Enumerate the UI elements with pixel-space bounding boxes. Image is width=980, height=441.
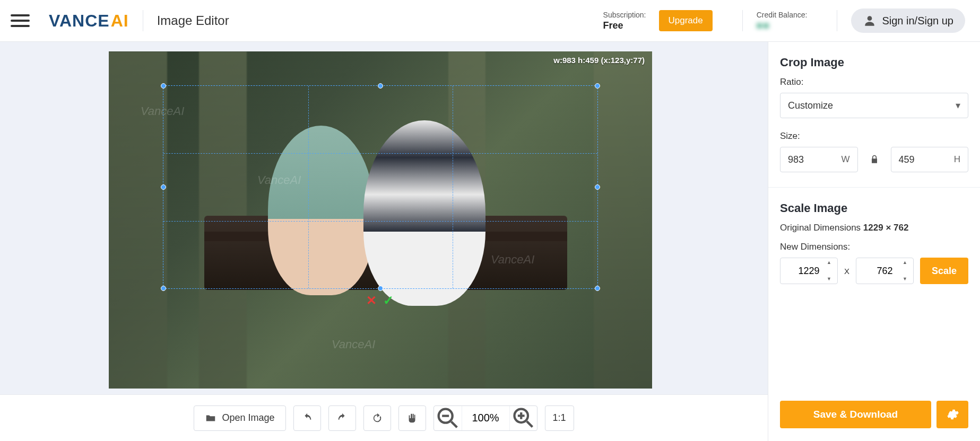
- zoom-out-button[interactable]: [434, 406, 462, 430]
- crop-height-input[interactable]: [899, 154, 936, 165]
- save-download-button[interactable]: Save & Download: [780, 401, 931, 428]
- width-input-wrap: W: [780, 147, 858, 172]
- crop-width-input[interactable]: [788, 154, 825, 165]
- header-divider: [837, 10, 837, 31]
- redo-button[interactable]: [328, 405, 356, 431]
- header-divider: [742, 10, 743, 31]
- subscription-label: Subscription:: [603, 11, 646, 19]
- height-input-wrap: H: [891, 147, 969, 172]
- crop-handle-sw[interactable]: [161, 286, 166, 291]
- signin-button[interactable]: Sign in/Sign up: [851, 8, 965, 33]
- menu-icon[interactable]: [11, 11, 30, 30]
- new-dim-label: New Dimensions:: [780, 242, 968, 252]
- undo-button[interactable]: [293, 405, 321, 431]
- width-spinner[interactable]: ▲▼: [827, 260, 835, 281]
- scene-decor: [109, 51, 167, 389]
- zoom-control: 100%: [433, 405, 537, 431]
- crop-dimensions-overlay: w:983 h:459 (x:123,y:77): [553, 56, 645, 65]
- settings-button[interactable]: [936, 401, 968, 428]
- logo-text-b: AI: [111, 11, 129, 31]
- scale-panel-title: Scale Image: [780, 201, 968, 215]
- page-title: Image Editor: [157, 13, 229, 28]
- zoom-in-icon: [510, 404, 537, 431]
- scene-decor: [594, 51, 652, 389]
- bottom-toolbar: Open Image 100%: [0, 394, 768, 441]
- original-dimensions: Original Dimensions 1229 × 762: [780, 223, 968, 233]
- main-area: VanceAI VanceAI VanceAI VanceAI w:983 h:…: [0, 42, 980, 441]
- crop-handle-w[interactable]: [161, 184, 166, 190]
- canvas-area: VanceAI VanceAI VanceAI VanceAI w:983 h:…: [0, 42, 768, 441]
- crop-handle-e[interactable]: [595, 184, 600, 190]
- crop-handle-se[interactable]: [595, 286, 600, 291]
- zoom-in-button[interactable]: [509, 406, 537, 430]
- panel-divider: [768, 187, 980, 188]
- new-height-input[interactable]: [869, 266, 900, 277]
- open-image-label: Open Image: [222, 412, 274, 424]
- hand-icon: [406, 412, 418, 424]
- open-image-button[interactable]: Open Image: [194, 405, 285, 431]
- redo-icon: [336, 412, 348, 424]
- header-divider: [143, 10, 143, 31]
- signin-label: Sign in/Sign up: [882, 15, 953, 27]
- refresh-icon: [371, 412, 383, 424]
- crop-cancel-icon[interactable]: ✕: [366, 293, 377, 308]
- crop-confirm-icon[interactable]: ✓: [383, 293, 394, 308]
- times-label: X: [844, 267, 849, 276]
- aspect-lock-button[interactable]: [865, 151, 883, 169]
- fit-label: 1:1: [553, 412, 566, 424]
- fit-button[interactable]: 1:1: [545, 405, 574, 431]
- orig-dim-value: 1229 × 762: [863, 223, 909, 233]
- scale-row: ▲▼ X ▲▼ Scale: [780, 258, 968, 284]
- crop-selection[interactable]: [163, 85, 598, 289]
- new-width-input[interactable]: [793, 266, 825, 277]
- crop-actions: ✕ ✓: [366, 293, 394, 308]
- gear-icon: [946, 408, 959, 421]
- height-spinner[interactable]: ▲▼: [903, 260, 911, 281]
- subscription-value: Free: [603, 20, 646, 31]
- scale-button[interactable]: Scale: [920, 258, 968, 284]
- brand-logo[interactable]: VANCE AI: [49, 11, 129, 31]
- undo-icon: [301, 412, 313, 424]
- svg-point-0: [868, 16, 872, 21]
- upgrade-button[interactable]: Upgrade: [659, 10, 713, 31]
- crop-handle-n[interactable]: [378, 83, 383, 89]
- ratio-value: Customize: [788, 100, 833, 111]
- credit-value: ■■: [757, 20, 808, 31]
- ratio-label: Ratio:: [780, 77, 968, 87]
- crop-handle-nw[interactable]: [161, 83, 166, 89]
- logo-text-a: VANCE: [49, 11, 110, 31]
- zoom-out-icon: [434, 404, 462, 432]
- reset-button[interactable]: [363, 405, 391, 431]
- panel-footer: Save & Download: [780, 390, 968, 441]
- new-width-box: ▲▼: [780, 258, 838, 284]
- width-unit: W: [841, 154, 849, 165]
- lock-icon: [869, 154, 880, 165]
- app-header: VANCE AI Image Editor Subscription: Free…: [0, 0, 980, 42]
- credit-block: Credit Balance: ■■: [757, 11, 808, 31]
- size-label: Size:: [780, 131, 968, 142]
- new-height-box: ▲▼: [856, 258, 914, 284]
- height-unit: H: [954, 154, 960, 165]
- size-row: W H: [780, 147, 968, 172]
- pan-button[interactable]: [398, 405, 426, 431]
- side-panel: Crop Image Ratio: Customize ▾ Size: W H …: [768, 42, 980, 441]
- orig-dim-label: Original Dimensions: [780, 223, 861, 233]
- folder-icon: [205, 412, 216, 424]
- chevron-down-icon: ▾: [956, 100, 960, 111]
- subscription-block: Subscription: Free: [603, 11, 646, 31]
- crop-handle-s[interactable]: [378, 286, 383, 291]
- watermark: VanceAI: [332, 338, 375, 351]
- crop-panel-title: Crop Image: [780, 56, 968, 69]
- crop-handle-ne[interactable]: [595, 83, 600, 89]
- ratio-select[interactable]: Customize ▾: [780, 93, 968, 118]
- image-stage[interactable]: VanceAI VanceAI VanceAI VanceAI w:983 h:…: [109, 51, 652, 389]
- user-icon: [863, 14, 877, 28]
- credit-label: Credit Balance:: [757, 11, 808, 19]
- zoom-value: 100%: [462, 406, 509, 430]
